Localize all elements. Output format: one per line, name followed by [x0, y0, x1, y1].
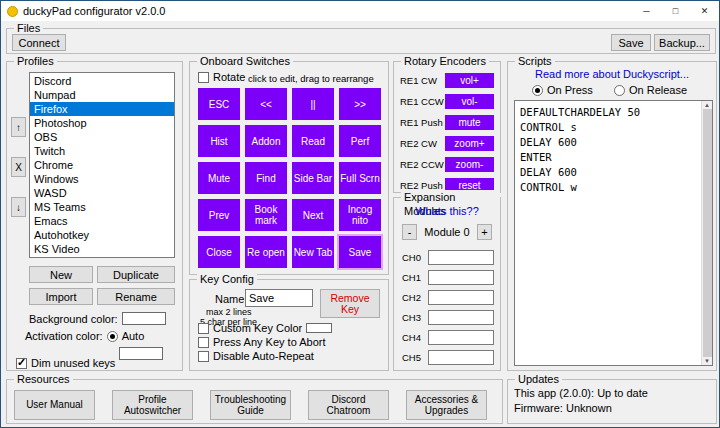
profile-list-item[interactable]: OBS: [30, 130, 174, 144]
on-release-radio[interactable]: [614, 85, 625, 96]
disable-auto-repeat-label: Disable Auto-Repeat: [213, 350, 314, 362]
auto-repeat-row: Disable Auto-Repeat: [198, 350, 314, 362]
activation-auto-radio[interactable]: [107, 331, 118, 342]
profile-list-item[interactable]: WASD: [30, 186, 174, 200]
connect-button[interactable]: Connect: [12, 34, 66, 51]
profile-list-item[interactable]: Numpad: [30, 88, 174, 102]
rotary-action-button[interactable]: vol+: [445, 73, 494, 88]
channel-input[interactable]: [428, 290, 494, 305]
keypad-key[interactable]: Side Bar: [292, 162, 334, 194]
profile-rename-button[interactable]: Rename: [97, 288, 175, 305]
keypad-key[interactable]: ESC: [198, 88, 240, 120]
profiles-listbox[interactable]: Discord Numpad Firefox Photoshop OBS Twi…: [29, 72, 175, 258]
keypad-key[interactable]: ||: [292, 88, 334, 120]
save-button[interactable]: Save: [611, 34, 651, 51]
minimize-button[interactable]: ─: [632, 1, 661, 21]
scrollbar-thumb[interactable]: [703, 109, 712, 357]
keypad-key[interactable]: Prev: [198, 199, 240, 231]
background-color-label: Background color:: [29, 313, 118, 325]
channel-input[interactable]: [428, 350, 494, 365]
profile-move-down-button[interactable]: ↓: [11, 197, 26, 217]
keypad-key[interactable]: Addon: [245, 125, 287, 157]
script-editor[interactable]: DEFAULTCHARDELAY 50 CONTROL s DELAY 600 …: [514, 100, 713, 366]
keypad-key[interactable]: >>: [339, 88, 381, 120]
module-plus-button[interactable]: +: [477, 224, 492, 240]
onboard-switches-group-label: Onboard Switches: [197, 54, 293, 68]
profile-delete-button[interactable]: X: [11, 157, 26, 177]
profile-list-item[interactable]: MS Teams: [30, 200, 174, 214]
keypad-key[interactable]: Hist: [198, 125, 240, 157]
custom-key-color-swatch[interactable]: [306, 323, 332, 333]
profile-duplicate-button[interactable]: Duplicate: [97, 266, 175, 283]
channel-input[interactable]: [428, 250, 494, 265]
rotary-action-button[interactable]: zoom-: [445, 157, 494, 172]
disable-auto-repeat-checkbox[interactable]: [198, 351, 209, 362]
keypad-key-selected[interactable]: Save: [339, 236, 381, 268]
profile-list-item-selected[interactable]: Firefox: [30, 102, 174, 116]
key-name-input[interactable]: [245, 289, 313, 307]
activation-color-swatch[interactable]: [119, 347, 163, 360]
script-code[interactable]: DEFAULTCHARDELAY 50 CONTROL s DELAY 600 …: [515, 101, 701, 365]
rotary-action-button[interactable]: mute: [445, 115, 494, 130]
profile-list-item[interactable]: Windows: [30, 172, 174, 186]
whats-this-link[interactable]: Whats this??: [394, 205, 500, 217]
keypad-key[interactable]: <<: [245, 88, 287, 120]
channel-input[interactable]: [428, 310, 494, 325]
background-color-row: Background color:: [29, 312, 166, 325]
dim-unused-row: Dim unused keys: [16, 357, 115, 369]
maximize-button[interactable]: □: [661, 1, 690, 21]
channel-input[interactable]: [428, 330, 494, 345]
profile-list-item[interactable]: Emacs: [30, 214, 174, 228]
profile-list-item[interactable]: Discord: [30, 74, 174, 88]
re1-ccw-row: RE1 CCW vol-: [400, 93, 494, 109]
module-minus-button[interactable]: -: [402, 224, 417, 240]
rotary-action-button[interactable]: zoom+: [445, 136, 494, 151]
keypad-key[interactable]: Re open: [245, 236, 287, 268]
channel-label: CH1: [402, 272, 428, 283]
keypad-key[interactable]: Book mark: [245, 199, 287, 231]
channel-row: CH2: [402, 289, 494, 305]
keypad-key[interactable]: Perf: [339, 125, 381, 157]
dim-unused-checkbox[interactable]: [16, 358, 27, 369]
script-scrollbar[interactable]: ▲ ▼: [701, 101, 712, 365]
keypad-key[interactable]: Find: [245, 162, 287, 194]
keypad-key[interactable]: Mute: [198, 162, 240, 194]
profile-autoswitcher-button[interactable]: Profile Autoswitcher: [112, 390, 193, 420]
custom-key-color-checkbox[interactable]: [198, 323, 209, 334]
close-button[interactable]: ✕: [690, 1, 719, 21]
keypad-grid: ESC << || >> Hist Addon Read Perf Mute F…: [198, 88, 381, 268]
channel-label: CH4: [402, 332, 428, 343]
profile-import-button[interactable]: Import: [29, 288, 93, 305]
profile-list-item[interactable]: Photoshop: [30, 116, 174, 130]
on-press-radio[interactable]: [532, 85, 543, 96]
keypad-key[interactable]: Read: [292, 125, 334, 157]
rotary-action-button[interactable]: vol-: [445, 94, 494, 109]
scroll-down-icon[interactable]: ▼: [704, 358, 710, 364]
backup-button[interactable]: Backup...: [654, 34, 710, 51]
profile-list-item[interactable]: Autohotkey: [30, 228, 174, 242]
profile-list-item[interactable]: Twitch: [30, 144, 174, 158]
keypad-key[interactable]: Incog nito: [339, 199, 381, 231]
channel-input[interactable]: [428, 270, 494, 285]
press-any-key-abort-checkbox[interactable]: [198, 337, 209, 348]
background-color-swatch[interactable]: [122, 312, 166, 325]
remove-key-button[interactable]: Remove Key: [320, 289, 380, 318]
rotary-label: RE2 Push: [400, 180, 445, 191]
keypad-key[interactable]: Close: [198, 236, 240, 268]
rotate-checkbox[interactable]: [198, 72, 209, 83]
re2-ccw-row: RE2 CCW zoom-: [400, 156, 494, 172]
user-manual-button[interactable]: User Manual: [14, 390, 95, 420]
profile-new-button[interactable]: New: [29, 266, 93, 283]
scroll-up-icon[interactable]: ▲: [704, 102, 710, 108]
troubleshooting-guide-button[interactable]: Troubleshooting Guide: [210, 390, 291, 420]
keypad-key[interactable]: New Tab: [292, 236, 334, 268]
keypad-key[interactable]: Next: [292, 199, 334, 231]
discord-chatroom-button[interactable]: Discord Chatroom: [308, 390, 389, 420]
profile-list-item[interactable]: Chrome: [30, 158, 174, 172]
duckyscript-docs-link[interactable]: Read more about Duckyscript...: [508, 68, 716, 80]
accessories-upgrades-button[interactable]: Accessories & Upgrades: [406, 390, 487, 420]
channel-row: CH1: [402, 269, 494, 285]
profile-move-up-button[interactable]: ↑: [11, 117, 26, 137]
profile-list-item[interactable]: KS Video: [30, 242, 174, 256]
keypad-key[interactable]: Full Scrn: [339, 162, 381, 194]
